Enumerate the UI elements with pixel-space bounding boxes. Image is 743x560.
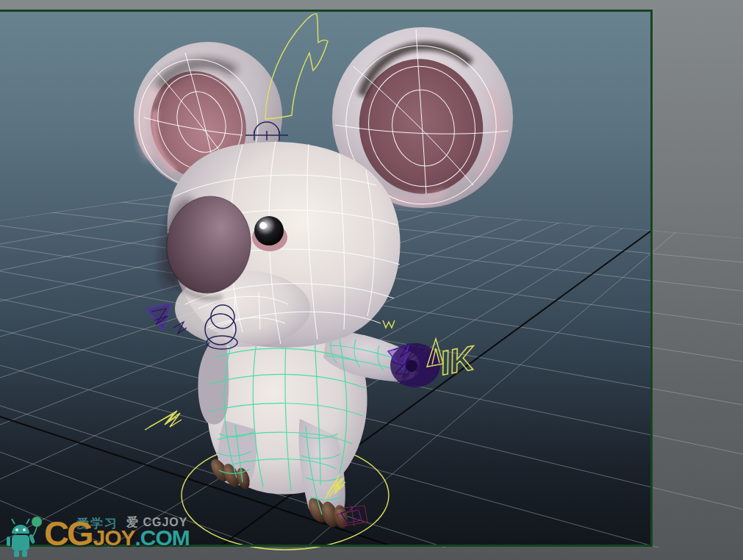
arm-marker[interactable] xyxy=(383,320,395,328)
brand-com: .COM xyxy=(135,525,190,550)
eye xyxy=(254,216,284,245)
robot-mascot-icon xyxy=(3,514,46,560)
eye-highlight xyxy=(259,222,267,229)
watermark-brand: CG JOY .COM xyxy=(44,516,190,550)
watermark: 爱学习 爱 CGJOY CG JOY .COM xyxy=(3,513,268,560)
koala-model[interactable] xyxy=(123,27,513,529)
brand-joy: JOY xyxy=(93,525,135,550)
left-polevector-arrow[interactable] xyxy=(145,411,182,430)
scene[interactable]: IK xyxy=(0,0,743,560)
brand-cg: CG xyxy=(44,516,92,550)
maya-window: IK xyxy=(0,0,743,560)
ik-label-text: IK xyxy=(437,338,478,382)
